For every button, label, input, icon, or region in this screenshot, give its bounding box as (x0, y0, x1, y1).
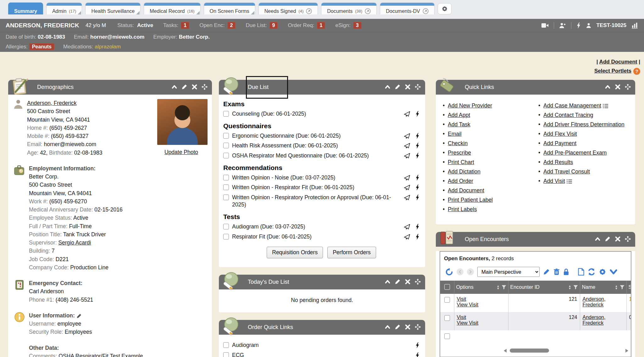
close-icon[interactable] (192, 84, 197, 90)
tasks-badge[interactable]: 1 (181, 22, 189, 29)
add-document-link[interactable]: Add Document (599, 59, 637, 65)
due-list-header[interactable]: Due List (219, 80, 425, 95)
prev-page-icon[interactable] (457, 268, 464, 275)
send-icon[interactable] (404, 111, 410, 117)
edit-icon[interactable] (395, 84, 401, 90)
checkbox[interactable] (223, 352, 229, 357)
patient-name-link[interactable]: Anderson, Frederick (27, 100, 77, 106)
next-page-icon[interactable] (467, 268, 474, 275)
external-link-icon[interactable] (365, 8, 371, 14)
bar-chart-icon[interactable] (631, 22, 638, 29)
quick-link[interactable]: Add Document (448, 187, 484, 194)
help-icon[interactable]: ? (633, 68, 640, 75)
patient-link[interactable]: Anderson, Frederick (583, 296, 606, 307)
visit-link[interactable]: Visit (457, 296, 466, 302)
filter-icon[interactable] (502, 285, 506, 289)
move-icon[interactable] (415, 279, 421, 285)
send-icon[interactable] (404, 234, 410, 240)
collapse-icon[interactable] (385, 84, 391, 90)
lightning-icon[interactable] (415, 175, 419, 181)
horizontal-scrollbar[interactable] (442, 347, 629, 355)
close-icon[interactable] (615, 84, 621, 90)
allergy-badge[interactable]: Peanuts (29, 43, 54, 50)
supervisor-link[interactable]: Sergio Acardi (58, 239, 91, 246)
tab-documents[interactable]: Documents(38) (321, 3, 377, 14)
column-header[interactable]: Name (582, 284, 613, 290)
order-req-badge[interactable]: 1 (317, 22, 325, 29)
move-icon[interactable] (625, 236, 631, 242)
tab-medical-record[interactable]: Medical Record(16) (144, 3, 200, 14)
person-icon[interactable] (586, 23, 591, 28)
edit-icon[interactable] (181, 84, 187, 90)
todays-due-list-header[interactable]: Today's Due List (219, 275, 425, 289)
send-icon[interactable] (404, 184, 410, 190)
esign-badge[interactable]: 3 (353, 22, 362, 29)
select-portlets-link[interactable]: Select Portlets (594, 68, 631, 74)
quick-link[interactable]: Print Chart (448, 159, 474, 165)
quick-links-header[interactable]: Quick Links (436, 80, 635, 95)
row-checkbox[interactable] (444, 315, 450, 321)
lightning-icon[interactable] (415, 184, 419, 190)
collapse-icon[interactable] (385, 324, 391, 330)
collapse-icon[interactable] (605, 84, 611, 90)
gear-icon[interactable] (599, 268, 606, 276)
send-icon[interactable] (404, 153, 410, 159)
delete-icon[interactable] (553, 268, 560, 275)
quick-link[interactable]: Add Results (543, 159, 573, 165)
checkbox[interactable] (223, 184, 229, 190)
sort-icon[interactable]: ▲▼ (615, 285, 618, 290)
tab-summary[interactable]: Summary (8, 3, 43, 14)
collapse-icon[interactable] (171, 84, 177, 90)
patient-link[interactable]: Anderson, Frederick (583, 315, 606, 326)
collapse-icon[interactable] (595, 236, 601, 242)
quick-link[interactable]: Add Dictation (448, 168, 480, 175)
checkbox[interactable] (223, 224, 229, 229)
column-header[interactable]: Encounter ID (510, 284, 567, 290)
filter-icon[interactable] (620, 285, 625, 289)
quick-link[interactable]: Add Order (448, 178, 473, 184)
edit-icon[interactable] (76, 313, 82, 319)
due-list-badge[interactable]: 9 (269, 22, 278, 29)
external-link-icon[interactable] (306, 8, 312, 14)
edit-icon[interactable] (543, 268, 550, 275)
visit-link[interactable]: Visit (457, 315, 466, 320)
add-user-icon[interactable] (559, 22, 566, 29)
checkbox[interactable] (223, 133, 229, 139)
quick-link[interactable]: Add Driver Fitness Determination (543, 121, 625, 128)
tab-documents-dv[interactable]: Documents-DV (380, 3, 434, 14)
quick-link[interactable]: Add Travel Consult (543, 168, 590, 175)
close-icon[interactable] (405, 84, 411, 90)
quick-link[interactable]: Add Payment (543, 140, 576, 146)
filter-icon[interactable] (573, 285, 578, 289)
quick-link[interactable]: Checkin (448, 140, 468, 146)
quick-link[interactable]: Print Patient Label (448, 197, 493, 203)
view-visit-link[interactable]: View Visit (457, 320, 479, 326)
lightning-icon[interactable] (415, 143, 419, 149)
lightning-icon[interactable] (415, 133, 419, 139)
move-icon[interactable] (202, 84, 208, 90)
demographics-header[interactable]: Demographics (8, 80, 212, 95)
lightning-icon[interactable] (576, 22, 581, 29)
scrollbar-thumb[interactable] (510, 349, 549, 353)
move-icon[interactable] (415, 84, 421, 90)
lightning-icon[interactable] (415, 342, 419, 348)
perform-orders-button[interactable]: Perform Orders (327, 247, 376, 258)
send-icon[interactable] (404, 195, 410, 200)
lightning-icon[interactable] (415, 352, 419, 357)
tab-on-screen-forms[interactable]: On Screen Forms (204, 3, 255, 14)
column-header[interactable]: Options (456, 284, 495, 290)
lightning-icon[interactable] (415, 111, 419, 117)
list-icon[interactable] (567, 179, 572, 184)
medication-value[interactable]: alprazolam (95, 44, 121, 50)
undo-icon[interactable] (445, 268, 453, 276)
edit-icon[interactable] (395, 324, 401, 330)
sort-icon[interactable]: ▲▼ (497, 285, 500, 290)
quick-link[interactable]: Email (448, 131, 462, 137)
tab-settings-button[interactable] (438, 3, 452, 14)
move-icon[interactable] (415, 324, 421, 330)
quick-link[interactable]: Add Visit (543, 178, 565, 184)
send-icon[interactable] (404, 133, 410, 139)
quick-link[interactable]: Add New Provider (448, 102, 492, 109)
lock-icon[interactable] (563, 268, 569, 275)
chevron-down-icon[interactable] (610, 269, 617, 275)
